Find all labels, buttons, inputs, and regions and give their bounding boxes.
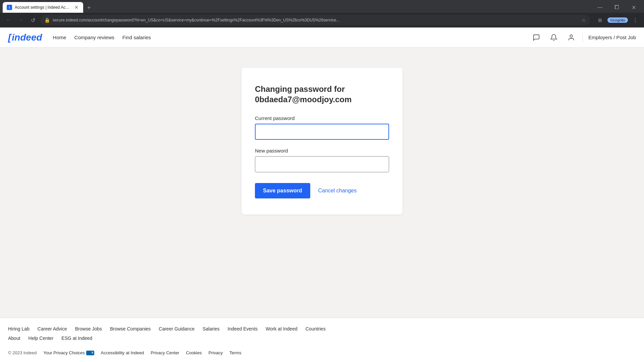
restore-button[interactable]: ⧠	[609, 2, 625, 13]
address-text: secure.indeed.com/account/changepassword…	[53, 18, 579, 22]
nav-company-reviews[interactable]: Company reviews	[74, 35, 114, 40]
refresh-button[interactable]: ↺	[28, 15, 38, 25]
new-password-group: New password	[255, 148, 389, 172]
footer-link-help-center[interactable]: Help Center	[29, 336, 54, 341]
footer-link-esg[interactable]: ESG at Indeed	[61, 336, 92, 341]
new-password-label: New password	[255, 148, 389, 154]
notifications-icon[interactable]	[548, 32, 560, 44]
footer-links-row-1: Hiring Lab Career Advice Browse Jobs Bro…	[8, 326, 636, 331]
footer-link-privacy-choices[interactable]: Your Privacy Choices	[43, 350, 94, 355]
account-icon[interactable]	[565, 32, 577, 44]
footer-link-hiring-lab[interactable]: Hiring Lab	[8, 326, 30, 331]
nav-home[interactable]: Home	[53, 35, 66, 40]
browser-nav: ← → ↺ 🔒 secure.indeed.com/account/change…	[0, 13, 644, 27]
main-content: Changing password for 0bdaeda7@moodjoy.c…	[0, 48, 644, 318]
footer-link-salaries[interactable]: Salaries	[203, 326, 220, 331]
footer-link-about[interactable]: About	[8, 336, 20, 341]
new-password-input[interactable]	[255, 156, 389, 172]
footer-link-privacy[interactable]: Privacy	[208, 350, 223, 355]
address-bar[interactable]: 🔒 secure.indeed.com/account/changepasswo…	[40, 15, 590, 25]
footer-copyright: © 2023 Indeed	[8, 350, 37, 355]
close-button[interactable]: ✕	[626, 2, 641, 13]
footer-link-terms[interactable]: Terms	[229, 350, 241, 355]
logo-text: indeed	[12, 32, 42, 43]
current-password-label: Current password	[255, 115, 389, 121]
employers-link[interactable]: Employers / Post Job	[588, 35, 636, 40]
site-header: [ indeed Home Company reviews Find salar…	[0, 27, 644, 48]
browser-tab-bar: i Account settings | Indeed Acco... ✕ + …	[0, 0, 644, 13]
logo-bracket: [	[8, 32, 11, 43]
header-right: Employers / Post Job	[530, 32, 636, 44]
site-nav: Home Company reviews Find salaries	[53, 35, 151, 40]
browser-tab-active[interactable]: i Account settings | Indeed Acco... ✕	[3, 2, 83, 13]
nav-find-salaries[interactable]: Find salaries	[122, 35, 151, 40]
form-actions: Save password Cancel changes	[255, 183, 389, 198]
address-icons: ☆	[582, 17, 586, 23]
footer-link-cookies[interactable]: Cookies	[186, 350, 202, 355]
footer-links-row-2: About Help Center ESG at Indeed	[8, 336, 636, 341]
new-tab-button[interactable]: +	[85, 3, 94, 13]
cancel-changes-link[interactable]: Cancel changes	[318, 188, 357, 194]
footer-link-browse-companies[interactable]: Browse Companies	[110, 326, 151, 331]
window-controls: — ⧠ ✕	[592, 2, 641, 13]
privacy-choices-icon	[86, 351, 94, 355]
tab-title: Account settings | Indeed Acco...	[15, 5, 71, 10]
footer-link-career-advice[interactable]: Career Advice	[38, 326, 67, 331]
header-divider	[583, 33, 583, 42]
back-button[interactable]: ←	[4, 15, 13, 25]
footer-bottom: © 2023 Indeed Your Privacy Choices Acces…	[8, 350, 636, 355]
footer-link-work-at-indeed[interactable]: Work at Indeed	[266, 326, 298, 331]
password-card: Changing password for 0bdaeda7@moodjoy.c…	[241, 68, 402, 215]
extensions-button[interactable]: ⊞	[595, 15, 605, 25]
save-password-button[interactable]: Save password	[255, 183, 310, 198]
footer-link-accessibility[interactable]: Accessibility at Indeed	[101, 350, 144, 355]
current-password-input[interactable]	[255, 124, 389, 140]
tab-close-button[interactable]: ✕	[74, 4, 79, 11]
footer-link-countries[interactable]: Countries	[306, 326, 326, 331]
tab-favicon: i	[7, 5, 12, 10]
lock-icon: 🔒	[44, 17, 50, 23]
minimize-button[interactable]: —	[592, 2, 608, 13]
indeed-logo[interactable]: [ indeed	[8, 32, 42, 43]
messages-icon[interactable]	[530, 32, 542, 44]
incognito-badge: Incognito	[607, 17, 628, 23]
site-footer: Hiring Lab Career Advice Browse Jobs Bro…	[0, 318, 644, 362]
current-password-group: Current password	[255, 115, 389, 140]
menu-button[interactable]: ⋮	[631, 15, 640, 25]
footer-link-privacy-center[interactable]: Privacy Center	[151, 350, 179, 355]
footer-link-indeed-events[interactable]: Indeed Events	[228, 326, 258, 331]
forward-button[interactable]: →	[16, 15, 25, 25]
footer-link-career-guidance[interactable]: Career Guidance	[159, 326, 195, 331]
bookmark-icon[interactable]: ☆	[582, 17, 586, 23]
card-title: Changing password for 0bdaeda7@moodjoy.c…	[255, 84, 389, 105]
footer-link-browse-jobs[interactable]: Browse Jobs	[75, 326, 102, 331]
svg-point-0	[570, 35, 573, 37]
